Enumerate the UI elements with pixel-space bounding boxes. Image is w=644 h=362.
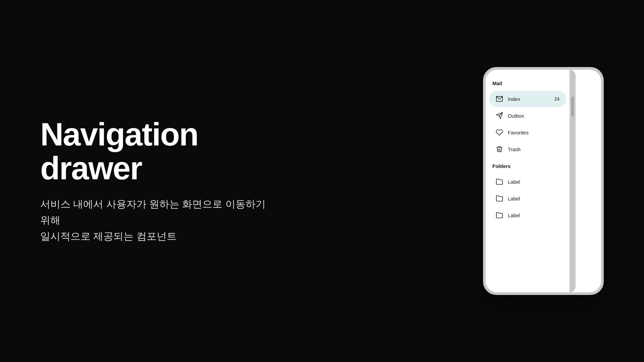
trash-label: Trash xyxy=(508,146,559,152)
drawer-item-outbox[interactable]: Outbox xyxy=(489,108,566,124)
scrollbar-area xyxy=(570,70,576,292)
drawer-panel: Mail Index 24 xyxy=(486,70,570,292)
label1-text: Label xyxy=(508,179,559,185)
device-mockup: Mail Index 24 xyxy=(483,67,604,295)
folder-icon-3 xyxy=(496,212,503,219)
send-icon xyxy=(496,112,503,119)
mail-section-title: Mail xyxy=(486,78,570,90)
drawer-item-label2[interactable]: Label xyxy=(489,190,566,206)
folder-icon-1 xyxy=(496,178,503,185)
drawer-item-index[interactable]: Index 24 xyxy=(489,91,566,107)
device-screen: Mail Index 24 xyxy=(486,70,601,292)
drawer-item-trash[interactable]: Trash xyxy=(489,141,566,157)
drawer-item-favorites[interactable]: Favorites xyxy=(489,124,566,140)
label2-text: Label xyxy=(508,196,559,201)
index-badge: 24 xyxy=(554,96,559,102)
drawer-item-label1[interactable]: Label xyxy=(489,174,566,190)
label3-text: Label xyxy=(508,213,559,218)
index-label: Index xyxy=(508,96,549,102)
subtitle: 서비스 내에서 사용자가 원하는 화면으로 이동하기 위해 일시적으로 제공되는… xyxy=(40,196,275,244)
outbox-label: Outbox xyxy=(508,113,559,119)
main-title: Navigation drawer xyxy=(40,118,275,185)
trash-icon xyxy=(496,145,503,153)
left-section: Navigation drawer 서비스 내에서 사용자가 원하는 화면으로 … xyxy=(40,118,275,244)
folder-icon-2 xyxy=(496,195,503,202)
heart-icon xyxy=(496,129,503,136)
right-section: Mail Index 24 xyxy=(483,67,604,295)
favorites-label: Favorites xyxy=(508,130,559,135)
scrollbar-thumb xyxy=(572,97,574,117)
mail-icon xyxy=(496,95,503,103)
folders-section-title: Folders xyxy=(486,161,570,173)
drawer-item-label3[interactable]: Label xyxy=(489,207,566,223)
